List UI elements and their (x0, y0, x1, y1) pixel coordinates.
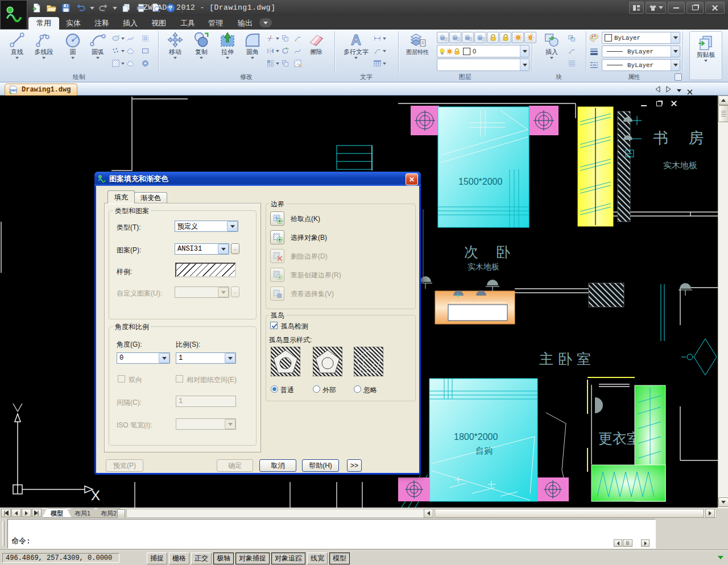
lineweight-dropdown[interactable]: ByLayer (602, 45, 680, 57)
polyline-button[interactable]: 多线段 (28, 31, 59, 72)
toggle-snap[interactable]: 捕捉 (147, 552, 167, 564)
cancel-button[interactable]: 取消 (259, 459, 296, 472)
ribbon-tab-tools[interactable]: 工具 (172, 17, 203, 30)
trim-icon[interactable] (266, 34, 281, 43)
copy-button[interactable]: 复制 (188, 31, 215, 72)
color-dropdown[interactable]: ByLayer (602, 32, 680, 44)
wipeout-icon[interactable] (126, 59, 141, 68)
tab-gradient[interactable]: 渐变色 (134, 192, 167, 203)
layer-off-icon[interactable] (449, 32, 461, 43)
ribbon-layout-icon[interactable] (629, 2, 644, 14)
dropdown-arrow-icon[interactable] (225, 353, 235, 363)
layer-properties-button[interactable]: 图层特性 (402, 31, 433, 72)
next-tab-icon[interactable] (22, 509, 31, 517)
spline-icon[interactable] (126, 34, 141, 43)
tab-next-icon[interactable] (666, 85, 671, 95)
tab-hatch[interactable]: 填充 (107, 190, 135, 203)
layer-state-dropdown[interactable] (437, 59, 530, 71)
dropdown-arrow-icon[interactable] (218, 244, 229, 254)
toggle-grid[interactable]: 栅格 (169, 552, 189, 564)
table-icon[interactable] (373, 59, 390, 68)
pattern-dropdown[interactable]: ANSI31 (175, 243, 229, 255)
status-menu-icon[interactable] (718, 556, 723, 559)
ribbon-tab-annotate[interactable]: 注释 (86, 17, 117, 30)
erase-button[interactable]: 擦除 (303, 31, 330, 72)
document-tab[interactable]: Drawing1.dwg (5, 84, 77, 95)
layer-select-dropdown[interactable]: 0 (437, 45, 530, 57)
lineweight-icon[interactable] (589, 47, 599, 59)
island-style-normal-image[interactable] (271, 347, 300, 376)
dropdown-arrow-icon[interactable] (227, 221, 238, 231)
dropdown-arrow-icon[interactable] (671, 60, 680, 70)
toggle-lineweight[interactable]: 线宽 (307, 552, 328, 564)
layer-unlock-icon[interactable] (499, 32, 511, 43)
skin-icon[interactable] (646, 2, 666, 14)
array-icon[interactable] (281, 59, 293, 68)
toggle-otrack[interactable]: 对象追踪 (271, 552, 305, 564)
prev-tab-icon[interactable] (11, 509, 21, 517)
ribbon-tab-solid[interactable]: 实体 (58, 17, 89, 30)
corner-icon[interactable] (266, 47, 281, 55)
copy-icon[interactable] (121, 2, 132, 14)
dimension-icon[interactable] (373, 34, 390, 43)
command-prompt[interactable]: 命令: (11, 536, 31, 546)
island-outer-radio[interactable] (313, 385, 320, 393)
hatch-icon[interactable] (111, 59, 126, 68)
offset-icon[interactable] (281, 34, 293, 43)
hscroll-left-icon[interactable] (424, 509, 433, 518)
linetype-dropdown[interactable]: ByLayer (602, 59, 680, 71)
tab-close-icon[interactable] (687, 87, 693, 93)
scale-dropdown[interactable]: 1 (176, 352, 236, 364)
hscroll-right-icon[interactable] (705, 509, 715, 518)
layer-freeze-icon[interactable] (474, 32, 486, 43)
island-detection-checkbox[interactable] (270, 322, 278, 329)
rectangle-icon[interactable] (141, 47, 156, 55)
command-history[interactable]: 命令: (7, 519, 656, 549)
app-logo[interactable] (0, 0, 27, 30)
last-tab-icon[interactable] (32, 509, 42, 517)
layer-thaw-icon[interactable] (512, 32, 524, 43)
minimize-button[interactable] (668, 2, 685, 14)
tab-splitter[interactable] (117, 509, 125, 518)
island-style-ignore-image[interactable] (354, 347, 383, 376)
pick-points-label[interactable]: 拾取点(K) (291, 214, 320, 224)
revcloud-icon[interactable] (126, 47, 141, 55)
ellipse-icon[interactable] (111, 34, 126, 43)
dialog-titlebar[interactable]: 图案填充和渐变色 ✕ (94, 172, 421, 186)
toggle-osnap[interactable]: 对象捕捉 (235, 552, 270, 564)
first-tab-icon[interactable] (1, 509, 11, 517)
toggle-polar[interactable]: 极轴 (213, 552, 234, 564)
cmd-scroll-left-icon[interactable] (614, 539, 622, 547)
linetype-icon[interactable] (589, 60, 599, 72)
island-style-outer-image[interactable] (313, 347, 342, 376)
tab-menu-icon[interactable] (677, 89, 681, 92)
insert-block-button[interactable]: 插入 (538, 31, 565, 72)
pattern-sample-swatch[interactable] (175, 263, 236, 277)
create-block-icon[interactable] (568, 34, 580, 43)
pick-points-icon[interactable] (270, 211, 284, 226)
stretch-button[interactable]: 拉伸 (214, 31, 241, 72)
edit-block-icon[interactable] (568, 47, 580, 55)
expand-button[interactable]: >> (347, 459, 362, 472)
dropdown-arrow-icon[interactable] (671, 46, 680, 57)
attach-icon[interactable] (568, 59, 580, 68)
doc-restore-icon[interactable] (655, 100, 663, 107)
region-icon[interactable] (141, 34, 156, 43)
dropdown-arrow-icon[interactable] (159, 353, 169, 363)
line-button[interactable]: 直线 (3, 31, 31, 72)
doc-close-icon[interactable] (670, 100, 678, 107)
dropdown-arrow-icon[interactable] (520, 59, 529, 70)
fillet-button[interactable]: 圆角 (239, 31, 266, 72)
scroll-up-icon[interactable] (718, 95, 728, 105)
ribbon-tab-output[interactable]: 输出 (230, 17, 260, 30)
ribbon-tab-view[interactable]: 视图 (143, 17, 174, 30)
ribbon-minimize-icon[interactable] (259, 18, 272, 27)
close-button[interactable] (705, 2, 725, 14)
undo-icon[interactable] (75, 2, 86, 14)
dropdown-arrow-icon[interactable] (520, 45, 529, 57)
layer-current-icon[interactable] (524, 32, 536, 43)
explode-icon[interactable] (266, 59, 281, 68)
new-icon[interactable] (31, 2, 42, 14)
toggle-model[interactable]: 模型 (329, 552, 350, 564)
circle-button[interactable]: 圆 (59, 31, 86, 72)
